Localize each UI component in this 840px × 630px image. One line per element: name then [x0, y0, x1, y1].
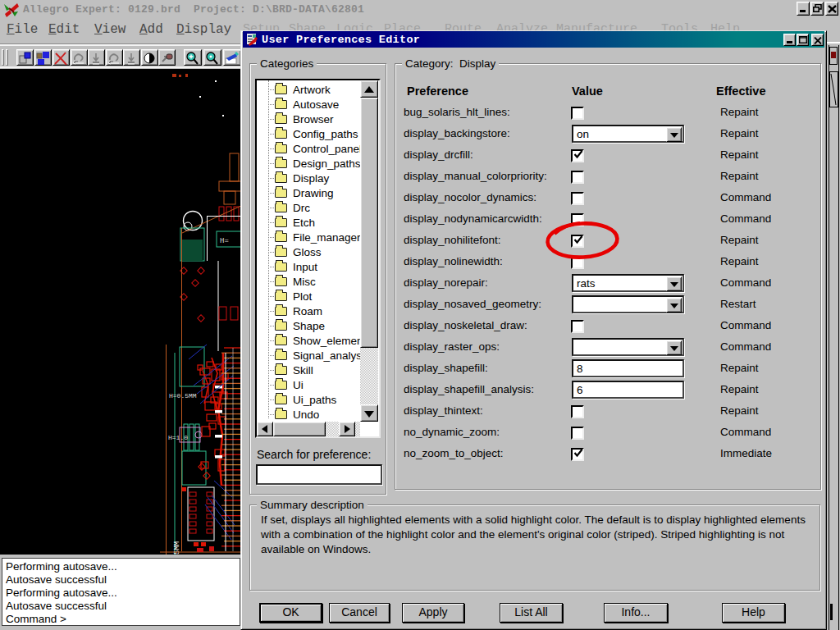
svg-text:H=0.5MM: H=0.5MM — [169, 392, 197, 399]
svg-text:H=: H= — [220, 237, 229, 245]
svg-text:5MM: 5MM — [173, 541, 181, 555]
svg-text:H=1.0: H=1.0 — [168, 434, 188, 441]
